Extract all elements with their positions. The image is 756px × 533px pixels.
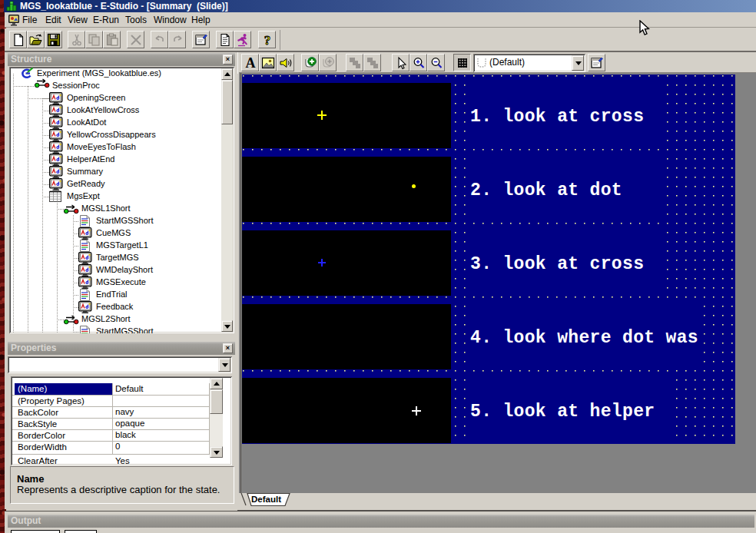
svg-text:A: A [246,56,256,70]
svg-text:?: ? [264,33,271,47]
